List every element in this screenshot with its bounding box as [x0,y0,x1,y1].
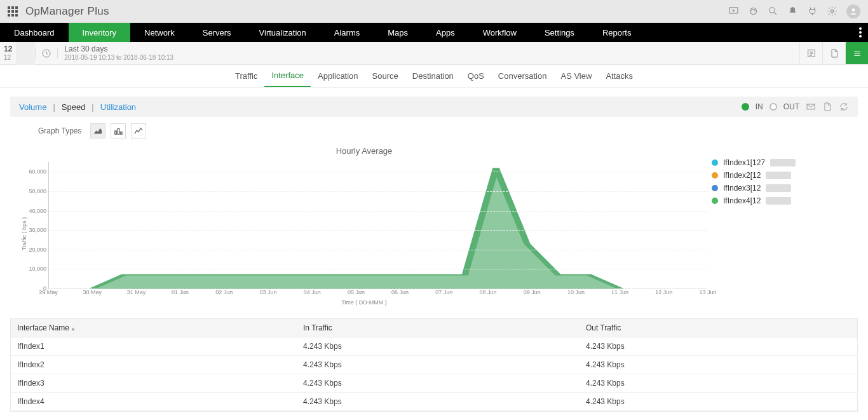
plugin-icon[interactable] [807,6,818,17]
table-row[interactable]: IfIndex14.243 Kbps4.243 Kbps [11,337,857,356]
support-icon[interactable] [748,6,759,17]
nav-servers[interactable]: Servers [189,23,245,42]
svg-point-4 [831,10,833,12]
gear-icon[interactable] [827,6,837,17]
device-ip: 12 12 [0,44,16,61]
subtab-conversation[interactable]: Conversation [491,65,554,87]
nav-dashboard[interactable]: Dashboard [0,23,69,42]
cell-in: 4.243 Kbps [297,374,580,392]
nav-workflow[interactable]: Workflow [469,23,531,42]
nav-more-icon[interactable] [853,23,868,42]
direction-out-dot[interactable] [770,103,777,111]
chart-series-area [93,168,620,288]
cell-in: 4.243 Kbps [297,356,580,374]
nav-inventory[interactable]: Inventory [69,23,130,42]
legend-masked [766,184,791,192]
svg-point-8 [859,35,862,37]
legend-swatch [712,198,718,204]
present-icon[interactable] [728,6,739,17]
subtab-application[interactable]: Application [311,65,365,87]
metric-bar: Volume | Speed | Utilization IN OUT [10,97,858,117]
header-actions [728,4,860,18]
brand-title: OpManager Plus [25,5,109,18]
metric-tab-speed[interactable]: Speed [62,102,86,112]
x-tick: 06 Jun [391,289,409,295]
x-tick: 03 Jun [259,289,276,295]
nav-maps[interactable]: Maps [374,23,422,42]
legend-swatch [712,185,718,191]
x-tick: 29 May [39,289,58,295]
x-tick: 13 Jun [699,289,716,295]
email-icon[interactable] [806,102,816,112]
x-tick: 11 Jun [611,289,628,295]
table-row[interactable]: IfIndex44.243 Kbps4.243 Kbps [11,393,857,411]
legend-item[interactable]: IfIndex4[12 [712,194,851,207]
time-range[interactable]: Last 30 days 2018-05-19 10:13 to 2018-06… [58,45,180,60]
metric-tab-volume[interactable]: Volume [19,102,46,112]
col-out-traffic[interactable]: Out Traffic [580,319,857,337]
nav-alarms[interactable]: Alarms [320,23,374,42]
y-axis-label: Traffic ( bps ) [21,217,27,251]
app-header: OpManager Plus [0,0,868,23]
refresh-icon[interactable] [839,102,849,112]
legend-label: IfIndex3[12 [723,184,761,193]
graph-type-line[interactable] [131,123,146,139]
table-header: Interface Name▲ In Traffic Out Traffic [11,319,857,337]
bell-icon[interactable] [787,6,798,17]
search-icon[interactable] [768,6,778,17]
chart-panel: Graph Types Hourly Average Traffic ( bps… [10,123,858,306]
x-tick: 09 Jun [524,289,541,295]
legend-item[interactable]: IfIndex1[127 [712,156,851,169]
table-row[interactable]: IfIndex24.243 Kbps4.243 Kbps [11,356,857,374]
y-tick: 20,000 [29,247,49,253]
legend-masked [766,172,791,179]
col-interface-name[interactable]: Interface Name▲ [11,319,297,337]
subtab-destination[interactable]: Destination [405,65,461,87]
graph-types: Graph Types [10,123,858,142]
metric-tab-utilization[interactable]: Utilization [100,102,136,112]
y-tick: 40,000 [29,208,49,214]
y-tick: 10,000 [29,266,49,272]
chart-plot: 010,00020,00030,00040,00050,00060,000 [48,162,708,289]
direction-in-dot[interactable] [742,103,749,111]
svg-point-5 [852,8,855,11]
export-csv-icon[interactable] [799,42,822,64]
x-tick: 08 Jun [479,289,496,295]
panel-menu-icon[interactable] [845,42,868,64]
legend-swatch [712,172,718,179]
legend-swatch [712,159,718,166]
pdf-icon[interactable] [822,102,832,112]
subtab-as-view[interactable]: AS View [553,65,599,87]
nav-network[interactable]: Network [130,23,189,42]
svg-rect-15 [115,131,117,134]
table-row[interactable]: IfIndex34.243 Kbps4.243 Kbps [11,374,857,393]
svg-point-1 [750,8,757,15]
subtab-interface[interactable]: Interface [264,65,311,87]
nav-settings[interactable]: Settings [531,23,588,42]
graph-type-bar[interactable] [111,123,126,139]
cell-name: IfIndex3 [11,374,297,392]
subtab-source[interactable]: Source [365,65,405,87]
export-pdf-icon[interactable] [822,42,845,64]
graph-type-area[interactable] [90,123,105,139]
svg-point-2 [770,8,775,13]
apps-grid-icon[interactable] [8,6,18,17]
legend-masked [770,159,796,166]
user-avatar[interactable] [846,4,860,18]
nav-apps[interactable]: Apps [422,23,469,42]
svg-point-6 [859,27,862,30]
subtab-traffic[interactable]: Traffic [228,65,264,87]
subtab-attacks[interactable]: Attacks [599,65,640,87]
x-tick: 07 Jun [435,289,452,295]
time-range-icon[interactable] [35,48,58,58]
svg-line-3 [775,13,777,15]
legend-item[interactable]: IfIndex3[12 [712,182,851,194]
legend-item[interactable]: IfIndex2[12 [712,169,851,182]
nav-reports[interactable]: Reports [588,23,646,42]
x-tick: 31 May [127,289,146,295]
sub-tabs: TrafficInterfaceApplicationSourceDestina… [0,65,868,88]
col-in-traffic[interactable]: In Traffic [297,319,580,337]
cell-out: 4.243 Kbps [580,337,857,355]
nav-virtualization[interactable]: Virtualization [245,23,320,42]
subtab-qos[interactable]: QoS [461,65,491,87]
